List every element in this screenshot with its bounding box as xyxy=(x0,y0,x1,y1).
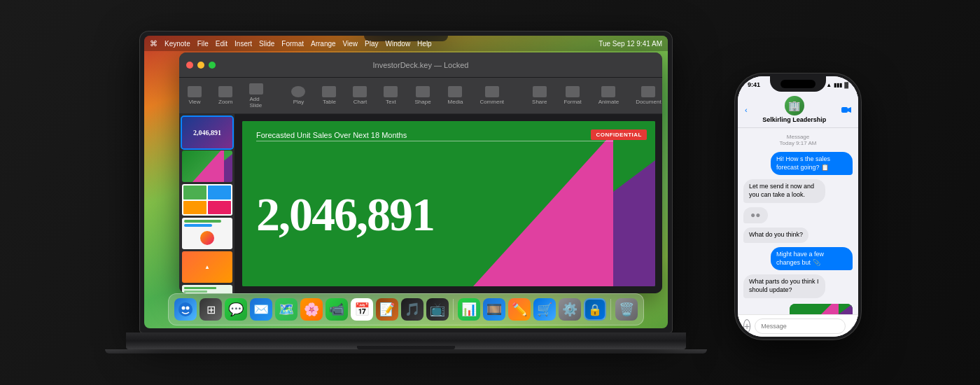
menu-slide[interactable]: Slide xyxy=(259,40,274,48)
svg-point-0 xyxy=(178,302,192,316)
keynote-window: InvestorDeck.key — Locked View Zoom xyxy=(179,52,662,293)
messages-back-button[interactable]: ‹ xyxy=(745,106,748,114)
keynote-body: 1 2,046,891 2 xyxy=(179,114,662,293)
contact-avatar-emoji: 🏢 xyxy=(788,100,800,111)
menu-help[interactable]: Help xyxy=(417,40,432,48)
toolbar-media-btn[interactable]: Media xyxy=(445,85,466,106)
close-button[interactable] xyxy=(186,62,193,69)
slide-thumb-1[interactable]: 2,046,891 xyxy=(182,117,232,148)
app-menu-keynote[interactable]: Keynote xyxy=(164,40,190,48)
iphone-notch xyxy=(770,76,826,92)
dock-calendar-icon[interactable]: 📅 xyxy=(351,298,373,321)
menu-arrange[interactable]: Arrange xyxy=(311,40,336,48)
dock-tv-icon[interactable]: 📺 xyxy=(426,298,449,321)
macbook-screen: ⌘ Keynote File Edit Insert Slide Format … xyxy=(144,36,668,328)
toolbar-share-label: Share xyxy=(532,99,547,105)
slide-thumb-4[interactable] xyxy=(182,218,232,249)
cell-4 xyxy=(208,201,231,215)
menu-play[interactable]: Play xyxy=(365,40,378,48)
dock-numbers-icon[interactable]: 📊 xyxy=(458,298,480,321)
toolbar-text-btn[interactable]: Text xyxy=(381,85,400,106)
slide-panel-row-3: 3 xyxy=(182,184,232,216)
dock-finder-icon[interactable] xyxy=(174,298,197,321)
toolbar-format-btn[interactable]: Format xyxy=(561,85,584,106)
slide-canvas: Forecasted Unit Sales Over Next 18 Month… xyxy=(242,121,655,286)
apple-menu-icon[interactable]: ⌘ xyxy=(150,39,158,48)
slide-title: Forecasted Unit Sales Over Next 18 Month… xyxy=(256,131,407,139)
toolbar-shape-btn[interactable]: Shape xyxy=(412,85,433,106)
slide-thumb-2[interactable] xyxy=(182,150,232,182)
message-row-dots: ●● xyxy=(743,207,853,224)
toolbar-document-btn[interactable]: Document xyxy=(633,85,662,106)
menu-view[interactable]: View xyxy=(343,40,358,48)
dock-pencil-icon[interactable]: ✏️ xyxy=(508,298,531,321)
message-row-received-2: What do you think? xyxy=(743,227,853,243)
menu-format[interactable]: Format xyxy=(281,40,304,48)
dock-mail-icon[interactable]: ✉️ xyxy=(250,298,272,321)
menu-file[interactable]: File xyxy=(197,40,209,48)
dock-security-icon[interactable]: 🔒 xyxy=(584,298,606,321)
dock-appstore-icon[interactable]: 🛒 xyxy=(533,298,556,321)
toolbar-chart-btn[interactable]: Chart xyxy=(350,85,370,106)
toolbar-table-btn[interactable]: Table xyxy=(319,85,339,106)
facetime-video-button[interactable] xyxy=(841,104,851,115)
slide-thumb-5[interactable]: ▲ xyxy=(182,251,232,283)
message-row-sent-2: Might have a few changes but 📎 xyxy=(743,247,853,270)
typing-dots: ●● xyxy=(750,210,761,220)
toolbar-play-btn[interactable]: Play xyxy=(288,85,308,106)
scene: ⌘ Keynote File Edit Insert Slide Format … xyxy=(0,0,980,385)
dock-music-icon[interactable]: 🎵 xyxy=(401,298,424,321)
contact-name: Selkirling Leadership xyxy=(762,116,826,123)
iphone-screen: 9:41 ▲ ▮▮▮ ▓ ‹ 🏢 xyxy=(738,76,858,337)
battery-icon: ▓ xyxy=(844,82,848,88)
dock-notes-icon[interactable]: 📝 xyxy=(376,298,398,321)
slide-panel-row-2: 2 xyxy=(182,150,232,182)
dock-maps-icon[interactable]: 🗺️ xyxy=(275,298,298,321)
message-input[interactable] xyxy=(755,318,846,334)
cell-3 xyxy=(183,201,206,215)
menu-window[interactable]: Window xyxy=(386,40,411,48)
toolbar-zoom-btn[interactable]: Zoom xyxy=(216,85,235,106)
dock-settings-icon[interactable]: ⚙️ xyxy=(559,298,581,321)
toolbar-addslide-btn[interactable]: Add Slide xyxy=(246,82,266,110)
audio-record-button[interactable]: 🎤 xyxy=(850,319,858,333)
dock-messages-icon[interactable]: 💬 xyxy=(225,298,247,321)
slide-thumb-6[interactable] xyxy=(182,285,232,293)
dock-photos-icon[interactable]: 🌸 xyxy=(300,298,323,321)
toolbar-comment-btn[interactable]: Comment xyxy=(477,85,507,106)
dock-trash-icon[interactable]: 🗑️ xyxy=(615,298,638,321)
maximize-button[interactable] xyxy=(209,62,216,69)
dock-launchpad-icon[interactable]: ⊞ xyxy=(200,298,222,321)
toolbar-addslide-label: Add Slide xyxy=(249,96,263,108)
circle-chart xyxy=(200,231,214,245)
iphone: 9:41 ▲ ▮▮▮ ▓ ‹ 🏢 xyxy=(735,74,861,340)
slide-2-tri-pink xyxy=(192,150,224,182)
toolbar-animate-btn[interactable]: Animate xyxy=(596,85,622,106)
slide-preview-card[interactable]: 2,046,891 xyxy=(790,304,853,314)
message-row-received-3: What parts do you think I should update? xyxy=(743,274,853,298)
toolbar-shape-label: Shape xyxy=(414,99,430,105)
macbook: ⌘ Keynote File Edit Insert Slide Format … xyxy=(119,31,693,354)
svg-point-2 xyxy=(186,307,190,310)
menu-edit[interactable]: Edit xyxy=(216,40,227,48)
slide-thumb-3[interactable] xyxy=(182,184,232,216)
toolbar-chart-label: Chart xyxy=(354,99,368,105)
wifi-icon: ▲ xyxy=(826,82,832,88)
dock-facetime-icon[interactable]: 📹 xyxy=(326,298,348,321)
message-bubble-sent-2: Might have a few changes but 📎 xyxy=(771,247,853,270)
dock-keynote-icon[interactable]: 🎞️ xyxy=(483,298,505,321)
dock-divider xyxy=(453,299,454,320)
slide-panel-row-1: 1 2,046,891 xyxy=(182,117,232,148)
toolbar-animate-label: Animate xyxy=(598,99,619,105)
toolbar-share-btn[interactable]: Share xyxy=(529,85,550,106)
toolbar-play-label: Play xyxy=(293,99,304,105)
menubar-right: Tue Sep 12 9:41 AM xyxy=(598,40,662,48)
minimize-button[interactable] xyxy=(197,62,204,69)
slide-panel-row-6: 6 xyxy=(182,285,232,293)
window-title: InvestorDeck.key — Locked xyxy=(373,61,469,69)
add-attachment-button[interactable]: + xyxy=(743,319,750,333)
message-timestamp: MessageToday 9:17 AM xyxy=(743,134,853,146)
menu-insert[interactable]: Insert xyxy=(234,40,252,48)
toolbar-view-btn[interactable]: View xyxy=(185,85,204,106)
toolbar-view-label: View xyxy=(188,99,200,105)
